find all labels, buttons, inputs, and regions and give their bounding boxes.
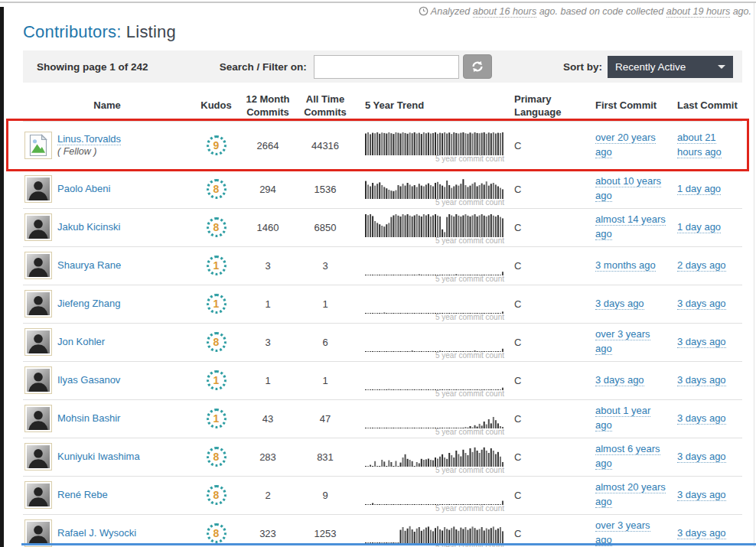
column-header-12-month-commits: 12 Month Commits [241, 92, 295, 121]
search-input[interactable] [314, 55, 459, 79]
refresh-button[interactable] [463, 54, 492, 79]
analysis-time-link[interactable]: about 16 hours [473, 6, 536, 18]
contributor-name-link[interactable]: Mohsin Bashir [57, 412, 120, 424]
sparkline-chart [365, 442, 504, 467]
contributor-name-link[interactable]: Ilyas Gasanov [57, 374, 120, 386]
all-time-commits-value: 9 [295, 490, 356, 501]
last-commit-link[interactable]: about 21 hours ago [677, 132, 722, 158]
person-silhouette-icon [27, 330, 50, 353]
table-row: Paolo Abeni 8 294 1536 5 year commit cou… [23, 170, 742, 208]
sort-dropdown[interactable]: Recently Active [608, 56, 733, 78]
avatar[interactable] [24, 132, 52, 159]
primary-language-value: C [505, 298, 585, 310]
table-row: Kuniyuki Iwashima 8 283 831 5 year commi… [23, 438, 742, 476]
sparkline-chart [365, 131, 504, 155]
kudos-badge: 8 [207, 447, 226, 467]
primary-language-value: C [505, 528, 585, 539]
kudos-cell: 8 [191, 217, 241, 237]
analysis-note-suffix: ago. [733, 6, 751, 17]
trend-caption: 5 year commit count [365, 389, 504, 398]
last-commit-cell: 1 day ago [666, 220, 742, 235]
twelve-month-commits-value: 1460 [241, 222, 295, 233]
primary-language-value: C [505, 140, 585, 151]
last-commit-link[interactable]: 1 day ago [677, 221, 721, 233]
avatar[interactable] [24, 290, 52, 317]
table-row: Jiefeng Zhang 1 1 1 5 year commit count … [23, 285, 742, 323]
first-commit-link[interactable]: over 3 years ago [595, 328, 650, 355]
contributor-name-link[interactable]: Paolo Abeni [57, 183, 110, 194]
last-commit-link[interactable]: 3 days ago [677, 412, 726, 425]
contributor-name-link[interactable]: Rafael J. Wysocki [57, 527, 136, 539]
column-header-first-commit: First Commit [585, 98, 666, 114]
contributor-name-link[interactable]: Jiefeng Zhang [57, 298, 120, 309]
twelve-month-commits-value: 294 [241, 184, 295, 195]
person-silhouette-icon [27, 216, 50, 239]
contributor-name-link[interactable]: René Rebe [57, 489, 108, 500]
all-time-commits-value: 1253 [295, 528, 356, 539]
avatar[interactable] [24, 366, 52, 394]
primary-language-value: C [505, 260, 585, 272]
kudos-badge: 9 [207, 135, 226, 155]
last-commit-cell: 3 days ago [666, 297, 742, 311]
broken-image-icon [27, 134, 50, 157]
last-commit-link[interactable]: 3 days ago [677, 489, 726, 501]
kudos-cell: 9 [191, 135, 241, 155]
first-commit-link[interactable]: almost 6 years ago [595, 443, 660, 470]
last-commit-link[interactable]: 3 days ago [677, 336, 726, 348]
table-row: Shaurya Rane 1 3 3 5 year commit count C… [23, 246, 742, 285]
last-commit-cell: 3 days ago [666, 335, 742, 350]
name-cell: Linus.Torvalds ( Fellow ) [57, 133, 191, 158]
avatar[interactable] [24, 405, 52, 432]
table-row: Ilyas Gasanov 1 1 1 5 year commit count … [23, 361, 742, 399]
five-year-trend: 5 year commit count [356, 516, 505, 547]
avatar-cell [23, 405, 57, 432]
first-commit-link[interactable]: 3 days ago [595, 298, 644, 310]
first-commit-link[interactable]: 3 months ago [595, 259, 656, 272]
first-commit-link[interactable]: 3 days ago [595, 374, 644, 386]
avatar-cell [23, 175, 57, 203]
contributor-name-link[interactable]: Jon Kohler [57, 336, 105, 347]
last-commit-link[interactable]: 3 days ago [677, 451, 726, 463]
last-commit-link[interactable]: 2 days ago [677, 259, 726, 272]
trend-caption: 5 year commit count [365, 351, 504, 360]
first-commit-link[interactable]: almost 20 years ago [595, 481, 666, 508]
first-commit-link[interactable]: about 1 year ago [595, 405, 650, 431]
twelve-month-commits-value: 1 [241, 298, 295, 310]
twelve-month-commits-value: 2 [241, 490, 295, 501]
last-commit-link[interactable]: 3 days ago [677, 298, 726, 310]
primary-language-value: C [505, 413, 585, 425]
avatar[interactable] [24, 328, 52, 356]
avatar[interactable] [24, 175, 52, 203]
avatar[interactable] [24, 481, 52, 509]
trend-caption: 5 year commit count [365, 198, 504, 207]
search-group: Search / Filter on: [220, 54, 492, 79]
first-commit-link[interactable]: over 20 years ago [595, 132, 656, 158]
last-commit-link[interactable]: 3 days ago [677, 374, 726, 386]
first-commit-link[interactable]: almost 14 years ago [595, 213, 666, 240]
last-commit-cell: 1 day ago [666, 182, 742, 197]
contributor-name-link[interactable]: Kuniyuki Iwashima [57, 451, 140, 462]
contributor-name-link[interactable]: Linus.Torvalds [57, 133, 121, 145]
last-commit-link[interactable]: 3 days ago [677, 527, 726, 539]
kudos-badge: 1 [207, 409, 226, 428]
last-commit-link[interactable]: 1 day ago [677, 183, 721, 195]
first-commit-link[interactable]: about 10 years ago [595, 175, 661, 202]
kudos-cell: 8 [191, 447, 241, 467]
avatar-cell [23, 132, 57, 159]
twelve-month-commits-value: 2664 [241, 140, 295, 151]
contributor-name-link[interactable]: Jakub Kicinski [57, 221, 120, 233]
collection-time-link[interactable]: about 19 hours [666, 6, 730, 18]
all-time-commits-value: 831 [295, 451, 356, 463]
avatar[interactable] [24, 213, 52, 241]
kudos-badge: 8 [207, 485, 226, 505]
last-commit-cell: 3 days ago [666, 526, 742, 541]
avatar[interactable] [24, 443, 52, 470]
window-right-edge [754, 3, 754, 547]
person-silhouette-icon [27, 369, 50, 392]
sparkline-chart [365, 327, 504, 352]
sort-by-label: Sort by: [563, 61, 602, 73]
primary-language-value: C [505, 375, 585, 386]
avatar[interactable] [24, 252, 52, 279]
contributor-name-link[interactable]: Shaurya Rane [57, 259, 121, 271]
kudos-badge: 8 [207, 179, 226, 199]
